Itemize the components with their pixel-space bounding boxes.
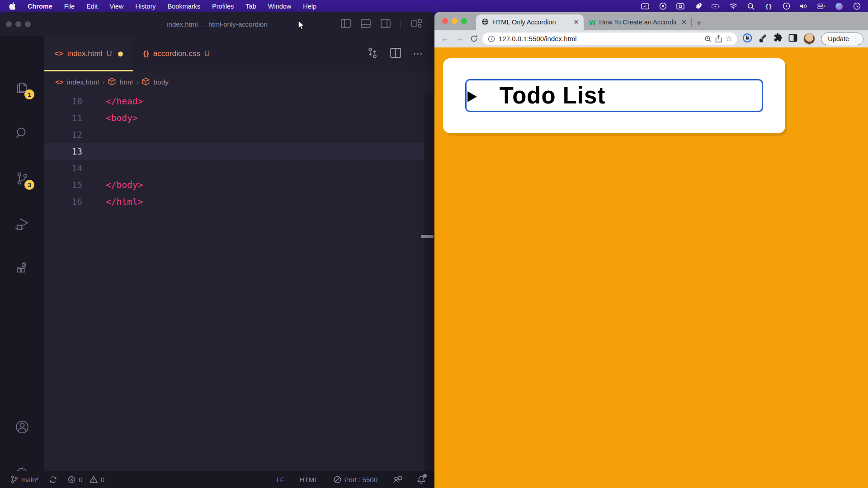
wifi-icon[interactable] xyxy=(729,2,737,10)
close-window-button[interactable] xyxy=(442,18,448,24)
control-center-icon[interactable] xyxy=(817,2,826,10)
source-control-icon[interactable]: 3 xyxy=(14,171,30,186)
chrome-tab-how-to-create-accordion[interactable]: W How To Create an Accordion ✕ xyxy=(584,14,691,30)
chrome-traffic-lights xyxy=(442,18,467,24)
bookmark-star-icon[interactable]: ☆ xyxy=(726,34,732,43)
chrome-tab-html-only-accordion[interactable]: HTML Only Accordion ✕ xyxy=(476,14,584,30)
account-icon[interactable] xyxy=(14,419,30,435)
rocket-icon[interactable] xyxy=(694,2,702,10)
css-file-icon: {} xyxy=(143,49,149,58)
browser-menu-icon[interactable]: ⋮ xyxy=(853,35,859,43)
editor-scrollbar-area[interactable] xyxy=(424,93,434,471)
zoom-page-icon[interactable] xyxy=(704,35,712,42)
menu-history[interactable]: History xyxy=(135,3,156,10)
update-chrome-button[interactable]: Update ⋮ xyxy=(821,33,863,45)
code-braces-icon[interactable]: { } xyxy=(764,2,773,10)
live-server-port-item[interactable]: Port : 5500 xyxy=(334,476,377,483)
feedback-item[interactable] xyxy=(393,475,402,483)
menu-edit[interactable]: Edit xyxy=(86,3,98,10)
warnings-icon xyxy=(90,476,98,483)
language-mode-indicator[interactable]: HTML xyxy=(300,476,318,483)
zoom-window-button[interactable] xyxy=(25,21,31,27)
open-changes-icon[interactable] xyxy=(367,47,378,61)
volume-icon[interactable] xyxy=(800,2,808,10)
colorpicker-extension-icon[interactable] xyxy=(758,33,767,44)
camera-icon[interactable] xyxy=(676,2,684,10)
menu-file[interactable]: File xyxy=(64,3,75,10)
menu-profiles[interactable]: Profiles xyxy=(212,3,234,10)
zoom-window-button[interactable] xyxy=(461,18,467,24)
forward-button[interactable]: → xyxy=(453,33,465,45)
new-tab-button[interactable]: + xyxy=(696,18,702,28)
split-editor-icon[interactable] xyxy=(390,48,401,60)
source-control-badge: 3 xyxy=(24,180,34,190)
search-icon[interactable] xyxy=(14,126,30,141)
vscode-title-bar[interactable]: index.html — html-only-accordion xyxy=(0,12,434,36)
git-branch-item[interactable]: main* xyxy=(11,475,38,483)
notifications-item[interactable] xyxy=(417,475,425,484)
play-circle-icon[interactable] xyxy=(782,2,790,10)
address-bar[interactable]: 127.0.0.1:5500/index.html ☆ xyxy=(482,33,737,45)
share-icon[interactable] xyxy=(715,35,722,42)
apple-menu-icon[interactable] xyxy=(9,2,16,10)
accordion-summary[interactable]: ▶ Todo List xyxy=(465,79,763,112)
vscode-status-bar: main* 0 0 LF HTML Port : 5500 xyxy=(0,471,434,488)
code-editor[interactable]: 10</head> 11<body> 12 13 14 15</body> 16… xyxy=(44,93,424,471)
errors-icon xyxy=(68,476,75,483)
vscode-traffic-lights xyxy=(6,21,31,27)
unsaved-changes-dot[interactable] xyxy=(118,52,123,56)
menu-bookmarks[interactable]: Bookmarks xyxy=(167,3,200,10)
breadcrumb-file[interactable]: index.html xyxy=(67,78,99,86)
breadcrumb-body[interactable]: body xyxy=(153,78,169,86)
breadcrumb-html[interactable]: html xyxy=(119,78,132,86)
url-text[interactable]: 127.0.0.1:5500/index.html xyxy=(499,35,701,42)
tab-accordion-css[interactable]: {} accordion.css U xyxy=(133,36,220,71)
toggle-secondary-sidebar-icon[interactable] xyxy=(381,19,391,30)
code-line-active: 13 xyxy=(44,143,424,160)
reload-button[interactable] xyxy=(468,33,480,45)
extensions-icon[interactable] xyxy=(14,261,30,277)
sync-changes-item[interactable] xyxy=(49,476,57,483)
toggle-panel-icon[interactable] xyxy=(361,19,371,30)
mouse-cursor xyxy=(297,20,307,33)
editor-actions: ⋯ xyxy=(367,36,434,71)
tab-index-html[interactable]: <> index.html U xyxy=(44,36,133,71)
extensions-puzzle-icon[interactable] xyxy=(773,33,783,44)
menu-tab[interactable]: Tab xyxy=(245,3,256,10)
customize-layout-icon[interactable] xyxy=(411,19,422,30)
explorer-icon[interactable]: 1 xyxy=(14,80,30,96)
menu-app-chrome[interactable]: Chrome xyxy=(28,3,52,10)
back-button[interactable]: ← xyxy=(439,33,451,45)
menu-view[interactable]: View xyxy=(109,3,123,10)
clock-icon[interactable] xyxy=(853,2,861,10)
vscode-editor-tabs: <> index.html U {} accordion.css U ⋯ xyxy=(44,36,434,71)
eol-indicator[interactable]: LF xyxy=(276,476,284,483)
assistant-icon[interactable] xyxy=(835,2,843,10)
extensions-area: Update ⋮ xyxy=(742,33,863,45)
battery-icon[interactable] xyxy=(712,2,720,10)
vscode-window: index.html — html-only-accordion 1 xyxy=(0,12,434,488)
screen-mirroring-icon[interactable] xyxy=(641,2,649,10)
spotlight-search-icon[interactable] xyxy=(747,2,755,10)
toggle-primary-sidebar-icon[interactable] xyxy=(341,19,351,30)
record-icon[interactable] xyxy=(659,2,667,10)
breadcrumb: <> index.html › html › body xyxy=(44,71,434,93)
window-resize-sash[interactable] xyxy=(421,235,434,238)
run-debug-icon[interactable] xyxy=(14,216,30,231)
minimize-window-button[interactable] xyxy=(452,18,458,24)
accordion-title: Todo List xyxy=(500,82,606,109)
site-info-icon[interactable] xyxy=(488,35,495,42)
problems-item[interactable]: 0 0 xyxy=(68,476,104,483)
privacy-extension-icon[interactable] xyxy=(742,33,752,45)
side-panel-icon[interactable] xyxy=(788,33,797,44)
symbol-box-icon xyxy=(142,78,150,87)
close-window-button[interactable] xyxy=(6,21,12,27)
close-tab-icon[interactable]: ✕ xyxy=(681,18,687,26)
menu-help[interactable]: Help xyxy=(303,3,316,10)
menu-window[interactable]: Window xyxy=(268,3,292,10)
more-actions-icon[interactable]: ⋯ xyxy=(413,48,424,60)
feedback-icon xyxy=(393,475,402,483)
profile-avatar[interactable] xyxy=(803,33,815,45)
close-tab-icon[interactable]: ✕ xyxy=(573,18,579,26)
minimize-window-button[interactable] xyxy=(15,21,21,27)
